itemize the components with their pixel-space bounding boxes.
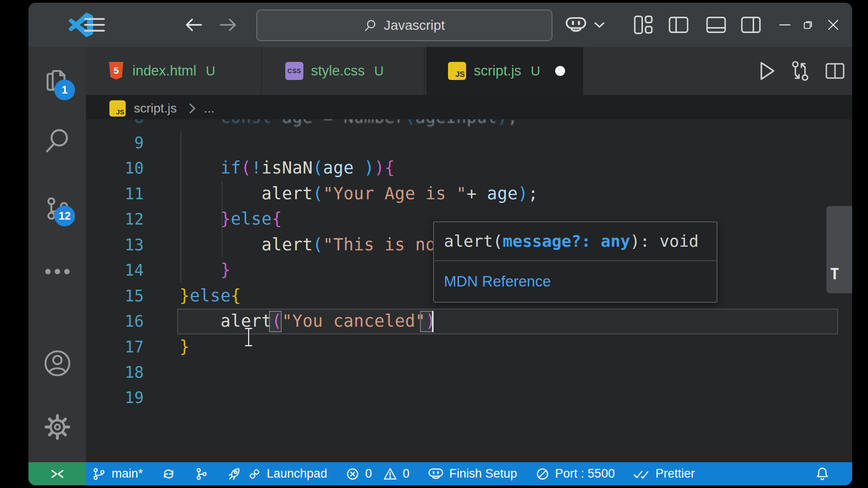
line-number: 16: [86, 309, 144, 334]
port-status[interactable]: Port : 5500: [535, 467, 615, 481]
run-code-icon[interactable]: [754, 47, 781, 95]
text-caret: [432, 311, 434, 332]
hover-tooltip: alert(message?: any): void MDN Reference: [433, 221, 717, 303]
line-number: 14: [86, 258, 144, 283]
line-number: 18: [86, 360, 144, 385]
line-number: 12: [86, 206, 144, 232]
scm-badge: 12: [54, 206, 75, 226]
open-changes-icon[interactable]: [787, 47, 814, 95]
hover-signature: alert(message?: any): void: [434, 222, 717, 261]
branch-name: main*: [112, 467, 143, 481]
tab-bar: 5 index.html U CSS style.css U JS script…: [86, 47, 852, 95]
menu-hamburger-icon[interactable]: [83, 3, 106, 47]
code-line[interactable]: }else{: [179, 283, 241, 309]
tab-style-css[interactable]: CSS style.css U: [264, 47, 425, 95]
source-control-graph-icon[interactable]: [194, 467, 209, 481]
finish-setup-label: Finish Setup: [449, 467, 517, 481]
nav-back-icon[interactable]: [182, 3, 205, 47]
breadcrumb-file[interactable]: script.js: [134, 101, 177, 116]
git-status-letter: U: [206, 64, 215, 79]
line-number: 15: [86, 283, 144, 309]
css-file-icon: CSS: [285, 62, 303, 80]
tab-script-js[interactable]: JS script.js U: [426, 47, 583, 95]
prettier-status[interactable]: Prettier: [633, 467, 695, 481]
explorer-badge: 1: [54, 80, 75, 100]
finish-setup-status[interactable]: Finish Setup: [428, 467, 517, 481]
git-status-letter: U: [374, 64, 384, 79]
mouse-cursor-ibeam: [244, 327, 254, 347]
code-line[interactable]: const age = Number(ageInput);: [179, 119, 518, 130]
toggle-secondary-sidebar-icon[interactable]: [739, 3, 763, 47]
launchpad-status[interactable]: Launchpad: [227, 466, 327, 482]
unsaved-dot-icon[interactable]: [555, 66, 565, 76]
tab-index-html[interactable]: 5 index.html U: [86, 47, 262, 95]
breadcrumb[interactable]: JS script.js ...: [86, 95, 852, 122]
problems-status[interactable]: 0 0: [345, 467, 410, 481]
search-text: Javascript: [384, 18, 445, 33]
vscode-window: Javascript: [28, 3, 852, 485]
html-file-icon: 5: [108, 61, 125, 80]
svg-text:5: 5: [113, 65, 119, 75]
tab-label: style.css: [311, 63, 365, 79]
breadcrumb-symbol[interactable]: ...: [204, 101, 214, 116]
line-number: 19: [86, 385, 144, 410]
editor-pane[interactable]: 8910111213141516171819 const age = Numbe…: [86, 119, 852, 462]
sidebar-item-search[interactable]: [28, 116, 86, 165]
line-number: 8: [86, 119, 144, 130]
settings-gear-icon[interactable]: [28, 402, 86, 452]
tab-label: index.html: [132, 63, 196, 79]
tab-label: script.js: [474, 63, 521, 79]
bracket-match-box: [269, 311, 282, 332]
code-line[interactable]: alert("You canceled"): [179, 309, 436, 334]
error-count: 0: [365, 467, 372, 481]
split-editor-icon[interactable]: [821, 47, 849, 95]
chevron-down-icon[interactable]: [592, 3, 607, 47]
sync-changes-icon[interactable]: [161, 466, 176, 482]
git-status-letter: U: [531, 64, 540, 79]
status-bar: main*: [28, 462, 852, 485]
mdn-reference-link[interactable]: MDN Reference: [434, 261, 717, 302]
code-line[interactable]: }: [179, 334, 190, 360]
remote-indicator[interactable]: [28, 462, 86, 485]
sidebar-item-explorer[interactable]: [28, 56, 86, 106]
account-icon[interactable]: [28, 338, 86, 388]
activity-bar: 1 12: [28, 47, 86, 462]
line-number: 17: [86, 334, 144, 360]
code-line[interactable]: }else{: [179, 206, 282, 232]
launchpad-label: Launchpad: [267, 467, 327, 481]
line-number: 10: [86, 155, 144, 181]
port-label: Port : 5500: [555, 467, 615, 481]
window-minimize-icon[interactable]: [774, 3, 796, 47]
bracket-match-box: [420, 311, 433, 332]
search-icon: [364, 19, 377, 32]
customize-layout-icon[interactable]: [632, 3, 655, 47]
code-line[interactable]: }: [179, 258, 231, 283]
title-bar: Javascript: [28, 3, 852, 47]
notifications-bell-icon[interactable]: [815, 462, 830, 485]
line-number: 11: [86, 181, 144, 206]
nav-forward-icon[interactable]: [217, 3, 240, 47]
git-branch-status[interactable]: main*: [92, 467, 143, 481]
code-line[interactable]: if(!isNaN(age )){: [179, 155, 395, 181]
copilot-icon[interactable]: [562, 3, 590, 47]
overview-ruler-marker: T: [830, 265, 839, 283]
toggle-sidebar-icon[interactable]: [667, 3, 690, 47]
prettier-label: Prettier: [656, 467, 695, 481]
js-file-icon: JS: [448, 62, 466, 80]
screen-frame: Javascript: [0, 0, 868, 488]
chevron-right-icon: [185, 103, 196, 114]
line-number: 13: [86, 232, 144, 258]
command-center-search[interactable]: Javascript: [256, 9, 552, 41]
js-file-icon: JS: [109, 100, 126, 117]
code-line[interactable]: alert("Your Age is "+ age);: [179, 181, 538, 206]
sidebar-item-more-views[interactable]: [28, 247, 86, 296]
line-number: 9: [86, 130, 144, 155]
toggle-panel-icon[interactable]: [704, 3, 728, 47]
window-restore-icon[interactable]: [797, 3, 820, 47]
warning-count: 0: [403, 467, 410, 481]
window-close-icon[interactable]: [822, 3, 844, 47]
